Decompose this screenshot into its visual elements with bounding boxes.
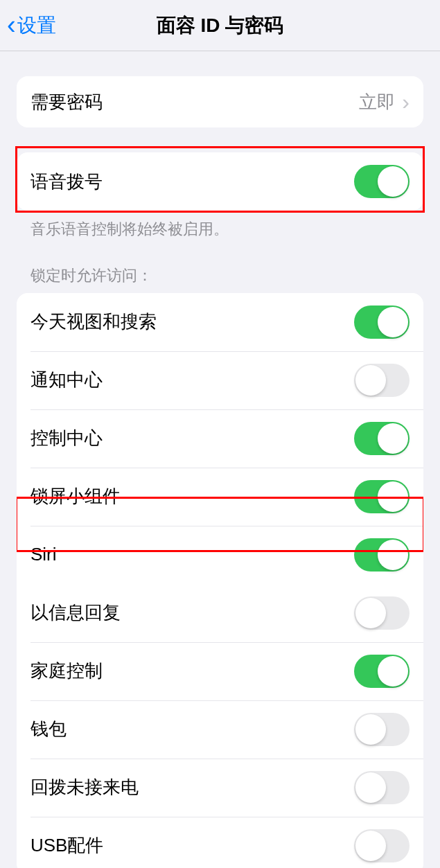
lock-item-label: 以信息回复 bbox=[30, 601, 121, 625]
lock-item-toggle[interactable] bbox=[354, 305, 410, 339]
lock-item-toggle[interactable] bbox=[354, 480, 410, 513]
lock-section-header: 锁定时允许访问： bbox=[17, 265, 423, 293]
voice-dial-toggle[interactable] bbox=[354, 165, 410, 198]
require-passcode-row[interactable]: 需要密码 立即 › bbox=[17, 76, 423, 127]
back-label: 设置 bbox=[17, 12, 56, 39]
require-passcode-value: 立即 bbox=[359, 90, 395, 114]
lock-item-label: 通知中心 bbox=[30, 368, 103, 392]
voice-dial-row: 语音拨号 bbox=[17, 152, 423, 211]
lock-item-toggle[interactable] bbox=[354, 829, 410, 862]
lock-item-toggle[interactable] bbox=[354, 538, 410, 572]
lock-item-row: 回拨未接来电 bbox=[17, 759, 423, 817]
lock-item-toggle[interactable] bbox=[354, 422, 410, 455]
lock-item-row: 今天视图和搜索 bbox=[17, 293, 423, 351]
lock-item-label: 今天视图和搜索 bbox=[30, 310, 157, 334]
voice-dial-footer: 音乐语音控制将始终被启用。 bbox=[17, 211, 423, 240]
lock-item-label: 控制中心 bbox=[30, 426, 103, 450]
lock-item-row: Siri bbox=[17, 526, 423, 584]
back-button[interactable]: ‹ 设置 bbox=[7, 10, 56, 40]
chevron-right-icon: › bbox=[402, 89, 410, 115]
lock-item-label: USB配件 bbox=[30, 833, 103, 858]
lock-item-label: Siri bbox=[30, 544, 57, 565]
voice-dial-label: 语音拨号 bbox=[30, 170, 103, 194]
lock-item-toggle[interactable] bbox=[354, 364, 410, 397]
lock-item-toggle[interactable] bbox=[354, 771, 410, 804]
lock-item-row: 通知中心 bbox=[17, 351, 423, 409]
lock-item-toggle[interactable] bbox=[354, 655, 410, 688]
lock-item-label: 锁屏小组件 bbox=[30, 484, 121, 508]
lock-item-row: 以信息回复 bbox=[17, 584, 423, 642]
lock-item-toggle[interactable] bbox=[354, 713, 410, 746]
lock-item-row: USB配件 bbox=[17, 817, 423, 868]
lock-item-row: 锁屏小组件 bbox=[17, 468, 423, 526]
lock-item-row: 钱包 bbox=[17, 700, 423, 759]
lock-item-row: 家庭控制 bbox=[17, 642, 423, 700]
lock-item-row: 控制中心 bbox=[17, 409, 423, 468]
lock-item-label: 钱包 bbox=[30, 717, 67, 741]
lock-item-label: 家庭控制 bbox=[30, 659, 103, 683]
require-passcode-label: 需要密码 bbox=[30, 90, 103, 114]
lock-item-toggle[interactable] bbox=[354, 596, 410, 630]
chevron-left-icon: ‹ bbox=[7, 10, 16, 40]
page-title: 面容 ID 与密码 bbox=[157, 12, 284, 39]
lock-item-label: 回拨未接来电 bbox=[30, 775, 139, 799]
navigation-header: ‹ 设置 面容 ID 与密码 bbox=[0, 0, 440, 51]
